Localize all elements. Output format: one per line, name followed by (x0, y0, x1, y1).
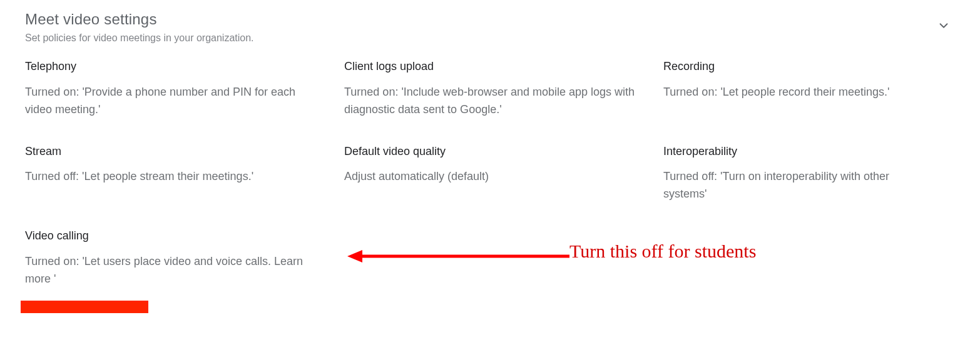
setting-description: Turned on: 'Include web-browser and mobi… (344, 84, 638, 119)
meet-video-settings-panel: Meet video settings Set policies for vid… (0, 0, 980, 313)
setting-description: Turned on: 'Provide a phone number and P… (25, 84, 319, 119)
redaction-block (21, 301, 148, 313)
setting-title: Telephony (25, 60, 319, 74)
setting-title: Client logs upload (344, 60, 638, 74)
setting-title: Interoperability (663, 145, 930, 159)
setting-recording[interactable]: Recording Turned on: 'Let people record … (663, 60, 955, 118)
setting-description: Turned on: 'Let users place video and vo… (25, 253, 319, 288)
setting-interoperability[interactable]: Interoperability Turned off: 'Turn on in… (663, 145, 955, 203)
settings-grid: Telephony Turned on: 'Provide a phone nu… (25, 60, 955, 288)
setting-title: Default video quality (344, 145, 638, 159)
setting-telephony[interactable]: Telephony Turned on: 'Provide a phone nu… (25, 60, 344, 118)
collapse-button[interactable] (932, 15, 955, 38)
setting-default-video-quality[interactable]: Default video quality Adjust automatical… (344, 145, 663, 203)
chevron-down-icon (937, 19, 951, 34)
setting-client-logs-upload[interactable]: Client logs upload Turned on: 'Include w… (344, 60, 663, 118)
setting-title: Stream (25, 145, 319, 159)
section-header: Meet video settings Set policies for vid… (25, 10, 955, 45)
section-title: Meet video settings (25, 10, 917, 29)
section-subtitle: Set policies for video meetings in your … (25, 31, 917, 45)
setting-stream[interactable]: Stream Turned off: 'Let people stream th… (25, 145, 344, 203)
setting-title: Video calling (25, 229, 319, 243)
setting-title: Recording (663, 60, 930, 74)
setting-description: Turned off: 'Let people stream their mee… (25, 168, 319, 186)
setting-video-calling[interactable]: Video calling Turned on: 'Let users plac… (25, 229, 344, 288)
setting-description: Adjust automatically (default) (344, 168, 638, 186)
setting-description: Turned on: 'Let people record their meet… (663, 84, 930, 101)
setting-description: Turned off: 'Turn on interoperability wi… (663, 168, 930, 203)
